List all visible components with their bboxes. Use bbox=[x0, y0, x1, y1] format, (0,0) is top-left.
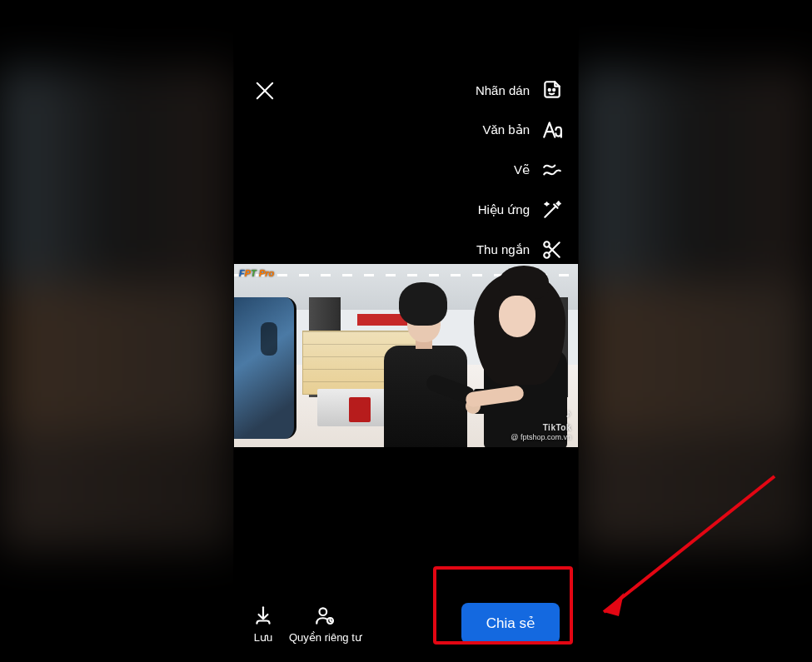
bottom-toolbar: Lưu Quyền riêng tư Chia sẻ bbox=[234, 603, 578, 644]
preview-person-2 bbox=[466, 272, 578, 447]
preview-person-1 bbox=[367, 281, 471, 447]
tool-draw[interactable]: Vẽ bbox=[473, 159, 563, 181]
download-icon bbox=[252, 605, 274, 626]
draw-icon bbox=[541, 159, 563, 181]
tool-effects-label: Hiệu ứng bbox=[478, 202, 530, 217]
save-label: Lưu bbox=[254, 631, 272, 644]
privacy-label: Quyền riêng tư bbox=[289, 631, 361, 644]
tool-sticker-label: Nhãn dán bbox=[476, 83, 530, 97]
tool-text[interactable]: Văn bản bbox=[473, 119, 563, 141]
privacy-icon bbox=[314, 605, 336, 626]
tool-draw-label: Vẽ bbox=[514, 162, 530, 177]
phone-frame: Nhãn dán Văn bản Vẽ Hiệu ứng bbox=[234, 0, 578, 662]
tool-effects[interactable]: Hiệu ứng bbox=[473, 199, 563, 221]
sticker-icon bbox=[541, 79, 563, 101]
tool-trim-label: Thu ngắn bbox=[476, 242, 530, 257]
corner-badge: FPT Pro bbox=[239, 268, 274, 278]
tool-trim[interactable]: Thu ngắn bbox=[473, 239, 563, 261]
svg-point-5 bbox=[320, 608, 327, 615]
tool-text-label: Văn bản bbox=[482, 122, 530, 137]
stage: Nhãn dán Văn bản Vẽ Hiệu ứng bbox=[0, 0, 812, 662]
background-blur-left bbox=[0, 0, 233, 662]
close-button[interactable] bbox=[252, 79, 277, 104]
tool-sticker[interactable]: Nhãn dán bbox=[473, 79, 563, 101]
svg-point-0 bbox=[549, 89, 550, 91]
text-icon bbox=[541, 119, 563, 141]
tiktok-watermark: ♪ TikTok @ fptshop.com.vn bbox=[511, 423, 571, 442]
svg-point-1 bbox=[553, 89, 555, 91]
scissors-icon bbox=[541, 239, 563, 261]
video-preview[interactable]: FPT Pro ♪ TikTok @ fptshop.com.vn bbox=[234, 264, 578, 447]
save-button[interactable]: Lưu bbox=[252, 605, 274, 644]
share-button[interactable]: Chia sẻ bbox=[461, 603, 560, 644]
privacy-button[interactable]: Quyền riêng tư bbox=[289, 605, 361, 644]
background-blur-right bbox=[579, 0, 812, 662]
effects-icon bbox=[541, 199, 563, 221]
